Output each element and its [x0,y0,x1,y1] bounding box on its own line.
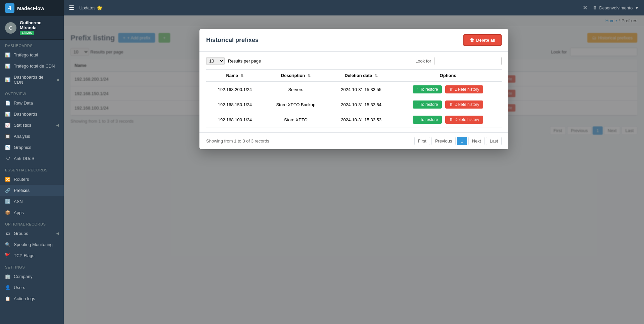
sidebar-item-prefixes[interactable]: 🔗 Prefixes [0,185,64,196]
modal-lookfor-input[interactable] [434,57,502,65]
delete-history-button-0[interactable]: 🗑 Delete history [445,85,483,93]
menu-icon[interactable]: ☰ [69,4,74,11]
log-icon: 📋 [5,296,10,301]
sidebar-item-label: Company [14,274,33,279]
sidebar-item-raw-data[interactable]: 📄 Raw Data [0,97,64,109]
trash-icon: 🗑 [449,87,453,92]
restore-button-2[interactable]: ↑ To restore [413,116,442,124]
modal-col-name: Name ⇅ [206,70,264,82]
section-label-essential: Essential Records [0,164,64,174]
chart-icon: 📊 [5,77,10,82]
chevron-down-icon: ▼ [635,5,639,10]
sidebar-item-trafego-cdn[interactable]: 📊 Tráfego total de CDN [0,60,64,72]
section-label-optional: Optional Records [0,218,64,228]
asn-icon: 🔢 [5,199,10,204]
sidebar-item-antiddos[interactable]: 🛡 Anti-DDoS [0,153,64,164]
delete-all-button[interactable]: 🗑 Delete all [463,34,502,46]
arrow-up-icon: ↑ [417,87,419,92]
user-role-badge: ADMIN [20,31,34,35]
modal-cell-options: ↑ To restore 🗑 Delete history [394,97,502,112]
modal-cell-deletion-date: 2024-10-31 15:33:55 [328,82,394,97]
sidebar-item-label: Routers [14,177,29,182]
env-selector[interactable]: 🖥 Desenvolvimento ▼ [593,5,639,10]
sidebar-item-label: Dashboards de CDN [14,75,53,85]
arrow-up-icon: ↑ [417,117,419,122]
modal-results-per-page-select[interactable]: 10 [206,57,225,65]
sidebar-item-asn[interactable]: 🔢 ASN [0,196,64,207]
stats-icon: 📈 [5,123,10,128]
prefix-icon: 🔗 [5,188,10,193]
sidebar-item-label: Prefixes [14,188,30,193]
updates-button[interactable]: Updates 🌟 [79,5,102,10]
section-label-overview: Overview [0,88,64,97]
restore-button-1[interactable]: ↑ To restore [413,100,442,109]
section-label-settings: Settings [0,261,64,271]
sidebar-item-analysis[interactable]: 🔲 Analysis [0,131,64,142]
modal-col-description: Description ⇅ [264,70,328,82]
modal-header: Historical prefixes 🗑 Delete all [199,29,508,52]
close-button[interactable]: ✕ [583,4,588,11]
apps-icon: 📦 [5,210,10,215]
modal-cell-description: Store XPTO Backup [264,97,328,112]
modal-cell-options: ↑ To restore 🗑 Delete history [394,82,502,97]
sidebar-item-label: Apps [14,210,24,215]
modal-col-deletion-date: Deletion date ⇅ [328,70,394,82]
modal-results-per-page-label: Results per page [228,58,261,64]
sidebar-user: G Guilherme Miranda ADMIN [0,16,64,40]
shield-icon: 🛡 [5,156,10,161]
delete-history-button-1[interactable]: 🗑 Delete history [445,100,483,109]
modal-title: Historical prefixes [206,37,259,44]
modal-cell-deletion-date: 2024-10-31 15:33:54 [328,97,394,112]
sidebar-item-dashboards-cdn[interactable]: 📊 Dashboards de CDN ◀ [0,72,64,88]
collapse-icon: ◀ [56,231,59,236]
delete-history-button-2[interactable]: 🗑 Delete history [445,116,483,124]
user-name: Guilherme Miranda [20,20,59,30]
modal-pagination-previous[interactable]: Previous [431,137,456,145]
sidebar-item-company[interactable]: 🏢 Company [0,271,64,282]
page-area: Home / Prefixes Prefix listing + + Add p… [64,15,644,324]
sidebar-item-statistics[interactable]: 📈 Statistics ◀ [0,120,64,131]
modal-body: 10 Results per page Look for Name [199,52,508,132]
collapse-icon: ◀ [56,78,59,82]
modal-pagination-first[interactable]: First [414,137,430,145]
historical-prefixes-modal: Historical prefixes 🗑 Delete all 10 Resu [199,29,508,149]
sidebar-item-groups[interactable]: 🗂 Groups ◀ [0,228,64,239]
sidebar-item-label: Groups [14,231,28,236]
collapse-icon: ◀ [56,123,59,127]
server-icon: 🖥 [593,5,597,10]
sidebar-item-trafego-total[interactable]: 📊 Tráfego total [0,49,64,60]
modal-pagination-next[interactable]: Next [468,137,485,145]
modal-table: Name ⇅ Description ⇅ Deletion date ⇅ [206,69,502,127]
sidebar-item-spoofing[interactable]: 🔍 Spoofing Monitoring [0,239,64,250]
modal-pagination-page1[interactable]: 1 [457,137,467,145]
sidebar-item-graphics[interactable]: 📉 Graphics [0,142,64,153]
monitoring-icon: 🔍 [5,242,10,247]
sidebar-item-users[interactable]: 👤 Users [0,282,64,293]
sidebar-item-label: Action logs [14,296,35,301]
modal-table-row: 192.168.200.1/24 Servers 2024-10-31 15:3… [206,82,502,97]
sidebar-item-label: Analysis [14,134,30,139]
sidebar-item-dashboards[interactable]: 📊 Dashboards [0,109,64,120]
router-icon: 🔀 [5,177,10,182]
chart-icon: 📊 [5,64,10,69]
modal-controls: 10 Results per page Look for [206,57,502,65]
sidebar-item-label: Graphics [14,145,31,150]
sidebar-item-label: Tráfego total de CDN [14,64,55,69]
sidebar-logo[interactable]: 4 Made4Flow [0,0,64,16]
graphics-icon: 📉 [5,145,10,150]
modal-col-options: Options [394,70,502,82]
sidebar-item-apps[interactable]: 📦 Apps [0,207,64,218]
sidebar-item-label: Statistics [14,123,31,128]
sidebar-item-label: Raw Data [14,100,33,106]
sidebar-item-label: Dashboards [14,112,37,117]
modal-cell-name: 192.168.200.1/24 [206,82,264,97]
sidebar-item-action-logs[interactable]: 📋 Action logs [0,293,64,304]
sidebar-item-routers[interactable]: 🔀 Routers [0,174,64,185]
sidebar-item-tcp-flags[interactable]: 🚩 TCP Flags [0,250,64,261]
modal-cell-description: Servers [264,82,328,97]
sort-icon: ⇅ [240,74,243,78]
flag-icon: 🚩 [5,253,10,258]
app-name: Made4Flow [17,5,44,11]
restore-button-0[interactable]: ↑ To restore [413,85,442,93]
modal-pagination-last[interactable]: Last [486,137,502,145]
